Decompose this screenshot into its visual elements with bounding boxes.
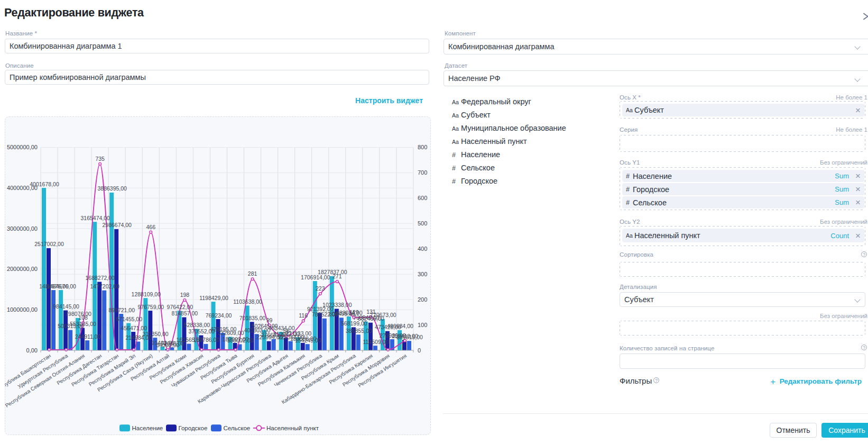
- svg-text:1688272,00: 1688272,00: [85, 275, 115, 281]
- svg-text:814857,00: 814857,00: [172, 310, 198, 316]
- svg-text:Население: Население: [132, 425, 163, 431]
- svg-text:701835,00: 701835,00: [239, 315, 266, 321]
- svg-text:770673,00: 770673,00: [370, 312, 396, 318]
- svg-text:2000000,00: 2000000,00: [7, 266, 38, 272]
- svg-text:3000000,00: 3000000,00: [7, 225, 38, 232]
- svg-text:800: 800: [418, 144, 427, 150]
- svg-text:1023338,00: 1023338,00: [322, 302, 352, 308]
- svg-text:553165,00: 553165,00: [70, 321, 96, 327]
- svg-text:5000000,00: 5000000,00: [7, 144, 38, 150]
- svg-text:150002,00: 150002,00: [227, 337, 254, 343]
- svg-text:99: 99: [266, 317, 273, 323]
- svg-text:700: 700: [418, 169, 427, 176]
- svg-text:198: 198: [180, 292, 190, 298]
- svg-text:281: 281: [248, 270, 257, 277]
- svg-text:300: 300: [418, 271, 427, 277]
- svg-text:114509,00: 114509,00: [363, 339, 389, 345]
- svg-text:1288109,00: 1288109,00: [132, 291, 161, 297]
- svg-text:984145,00: 984145,00: [53, 303, 79, 310]
- svg-text:400: 400: [418, 246, 427, 252]
- svg-text:600: 600: [418, 195, 427, 201]
- svg-text:386855,00: 386855,00: [346, 328, 372, 334]
- svg-text:116: 116: [299, 312, 308, 319]
- svg-text:899721,00: 899721,00: [108, 307, 135, 313]
- svg-text:1198429,00: 1198429,00: [199, 295, 228, 301]
- svg-text:231815,00: 231815,00: [396, 334, 423, 340]
- svg-text:223: 223: [316, 285, 325, 292]
- svg-text:311350,00: 311350,00: [143, 331, 169, 337]
- svg-text:3165474,00: 3165474,00: [80, 215, 110, 221]
- svg-text:528338,00: 528338,00: [184, 322, 210, 328]
- svg-text:671455,00: 671455,00: [116, 316, 142, 322]
- svg-text:108: 108: [78, 314, 88, 321]
- svg-text:0: 0: [418, 347, 421, 354]
- svg-text:100: 100: [418, 322, 427, 328]
- svg-text:735: 735: [95, 156, 105, 162]
- svg-text:1000000,00: 1000000,00: [7, 306, 38, 313]
- svg-text:Населенный пункт: Населенный пункт: [266, 425, 319, 431]
- svg-text:332609,00: 332609,00: [218, 330, 244, 336]
- svg-text:976759,00: 976759,00: [137, 304, 164, 310]
- svg-text:496684,00: 496684,00: [387, 323, 413, 329]
- svg-text:1103638,00: 1103638,00: [233, 298, 262, 305]
- svg-text:466: 466: [146, 224, 156, 230]
- svg-text:271: 271: [333, 273, 342, 279]
- svg-text:244911,00: 244911,00: [75, 333, 101, 340]
- svg-text:2986674,00: 2986674,00: [102, 222, 132, 228]
- svg-text:500: 500: [418, 220, 427, 226]
- svg-text:4001678,00: 4001678,00: [30, 181, 59, 187]
- svg-text:157786,00: 157786,00: [193, 337, 220, 343]
- svg-text:1484676,00: 1484676,00: [47, 283, 76, 289]
- svg-text:976422,00: 976422,00: [167, 304, 193, 310]
- svg-text:769234,00: 769234,00: [206, 312, 232, 319]
- svg-text:3886395,00: 3886395,00: [97, 185, 127, 192]
- svg-text:0,00: 0,00: [26, 347, 38, 354]
- svg-text:154245,00: 154245,00: [295, 337, 321, 343]
- svg-text:Сельское: Сельское: [224, 425, 251, 431]
- svg-text:Городское: Городское: [179, 425, 208, 431]
- svg-text:2517002,00: 2517002,00: [34, 241, 64, 247]
- svg-text:200: 200: [418, 296, 427, 303]
- svg-text:1477202,00: 1477202,00: [90, 283, 119, 289]
